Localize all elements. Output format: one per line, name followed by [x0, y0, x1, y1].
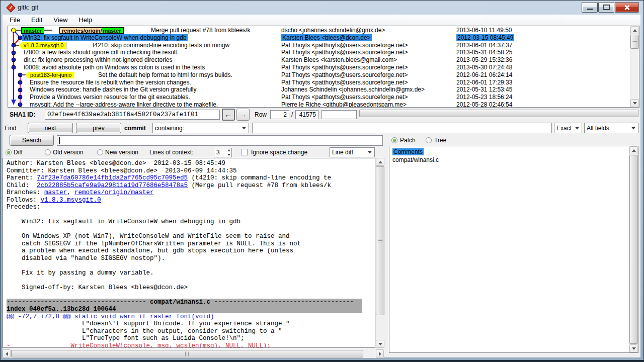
row-label: Row	[255, 111, 267, 118]
commit-detail-pane[interactable]: Author: Karsten Blees <blees@dcon.de> 20…	[3, 158, 375, 348]
menu-edit[interactable]: Edit	[27, 16, 46, 24]
title-bar[interactable]: gitk: git	[1, 1, 643, 15]
commit-list-scrollbar[interactable]	[630, 26, 639, 107]
commit-row-subject[interactable]: Merge pull request #78 from kblees/k	[151, 27, 250, 34]
tree-radio[interactable]	[426, 137, 432, 143]
commit-row-author[interactable]: Pat Thoyts <patthoyts@users.sourceforge.…	[281, 42, 454, 49]
commit-row-author[interactable]: Pat Thoyts <patthoyts@users.sourceforge.…	[281, 71, 454, 79]
commit-link[interactable]: remotes/origin/master	[74, 189, 154, 196]
commit-row-date[interactable]: 2013-06-01 04:37:37	[456, 42, 630, 49]
diff-radio[interactable]	[6, 149, 12, 155]
patch-radio[interactable]	[391, 137, 397, 143]
commit-row-date[interactable]: 2012-06-01 17:29:33	[456, 79, 630, 86]
commit-row-date[interactable]: 2013-05-29 15:32:36	[456, 56, 630, 64]
detail-text-segment: catch SIGSEGV if the lpNumberOfCharsWrit…	[7, 240, 301, 247]
commit-row-author[interactable]: Karsten Blees <blees@dcon.de>	[281, 34, 454, 42]
commit-row-author[interactable]: Pierre le Riche <github@pleasedontspam.m…	[281, 101, 454, 107]
history-forward-button[interactable]: →	[236, 109, 250, 121]
detail-text-segment: (Merge pull request #78 from kblees/k	[188, 182, 331, 189]
commit-row-subject[interactable]: t4210: skip command-line encoding tests …	[93, 42, 229, 49]
menu-help[interactable]: Help	[74, 16, 96, 24]
tag-label[interactable]: post183-for-junio	[25, 72, 74, 78]
scroll-thumb[interactable]	[11, 350, 363, 357]
commit-row-author[interactable]: Pat Thoyts <patthoyts@users.sourceforge.…	[281, 49, 454, 56]
commit-row-subject[interactable]: Ensure the resource file is rebuilt when…	[30, 79, 191, 86]
tag-label[interactable]: v1.8.3.msysgit.0	[19, 42, 66, 49]
scroll-thumb[interactable]	[629, 155, 638, 344]
detail-text-segment: warn_if_raster_font(void)	[120, 313, 214, 320]
scroll-up-icon	[378, 161, 382, 163]
detail-line: Follows: v1.8.3.msysgit.0	[7, 197, 375, 204]
spinner-up-icon[interactable]	[227, 149, 230, 151]
old-version-radio[interactable]	[45, 149, 51, 155]
commit-link[interactable]: 74f23e7da60786e14fb1da2af765cd95c7095ed5	[37, 174, 188, 182]
commit-row-author[interactable]: Pat Thoyts <patthoyts@users.sourceforge.…	[281, 64, 454, 71]
commit-row-author[interactable]: Pat Thoyts <patthoyts@users.sourceforge.…	[281, 79, 454, 86]
commit-link[interactable]: v1.8.3.msysgit.0	[41, 197, 101, 204]
commit-row-date[interactable]: 2013-05-30 07:24:48	[456, 64, 630, 71]
scroll-thumb[interactable]	[359, 110, 638, 117]
detail-text-segment: ------------------------------------- co…	[7, 299, 354, 306]
file-list-item[interactable]: compat/winansi.c	[390, 156, 628, 164]
branch-label-remote[interactable]: remotes/origin/master	[59, 27, 124, 34]
search-input[interactable]	[57, 135, 383, 146]
commit-row-date[interactable]: 2012-05-31 12:53:45	[456, 86, 630, 94]
file-list-item[interactable]: Comments	[390, 148, 628, 156]
ignore-space-checkbox[interactable]	[241, 149, 248, 155]
commit-link[interactable]: 2cb22885b5cafe9a9a29811a19d77686e58478a5	[37, 182, 188, 189]
find-next-button[interactable]: next	[28, 123, 73, 133]
commit-row-subject[interactable]: Set the default help format to html for …	[98, 71, 232, 79]
detail-line	[7, 211, 375, 219]
menu-view[interactable]: View	[49, 16, 71, 24]
line-diff-dropdown[interactable]: Line diff	[330, 147, 375, 157]
commit-row-subject[interactable]: dir.c: fix ignore processing within not-…	[24, 56, 172, 64]
commit-row-date[interactable]: 2012-06-21 06:24:14	[456, 71, 630, 79]
detail-line: a problem when executed standalone, but …	[7, 247, 375, 255]
scroll-thumb[interactable]	[376, 166, 384, 315]
detail-text-segment: L"characters in the output, consider swi…	[7, 328, 282, 335]
find-prev-button[interactable]: prev	[76, 123, 121, 133]
detail-text-segment: Child:	[7, 182, 37, 189]
new-version-radio[interactable]	[97, 149, 103, 155]
commit-row-author[interactable]: Karsten Blees <karsten.blees@gmail.com>	[281, 56, 454, 64]
close-button[interactable]	[615, 2, 639, 13]
commit-row-date[interactable]: 2012-05-28 02:46:54	[456, 101, 630, 107]
commit-row-author[interactable]: Pat Thoyts <patthoyts@users.sourceforge.…	[281, 94, 454, 101]
find-label: Find	[5, 125, 16, 132]
spinner-down-icon[interactable]	[227, 154, 230, 156]
commit-row-subject[interactable]: t0008: avoid absolute path on Windows as…	[24, 64, 205, 71]
commit-row-author[interactable]: dscho <johannes.schindelin@gmx.de>	[281, 27, 454, 34]
menu-file[interactable]: File	[6, 16, 24, 24]
detail-hscrollbar[interactable]	[3, 349, 384, 358]
match-type-dropdown[interactable]: Exact	[554, 123, 582, 133]
fields-dropdown[interactable]: All fields	[584, 123, 638, 133]
commit-row-subject[interactable]: Win32: fix segfault in WriteConsoleW whe…	[22, 34, 188, 42]
commit-row-date[interactable]: 2012-03-15 08:45:49	[456, 34, 630, 42]
tree-radio-label: Tree	[434, 137, 446, 144]
gitk-app-icon	[6, 3, 15, 12]
commit-link[interactable]: master	[44, 189, 67, 196]
commit-row-subject[interactable]: t7800: a few tests should ignore crlf in…	[24, 49, 179, 56]
detail-line: index 040ef5a..13bc28d 100644	[7, 306, 362, 313]
commit-row-author[interactable]: Johannes Schindelin <johannes.schindelin…	[281, 86, 454, 94]
detail-scrollbar[interactable]	[375, 158, 384, 348]
commit-row-date[interactable]: 2013-06-10 11:49:50	[456, 27, 630, 34]
maximize-button[interactable]	[598, 2, 614, 13]
sha1-input[interactable]: 02efbee4f639ae2ab381f6a4502f0a237afe1f01	[45, 110, 220, 120]
commit-row-date[interactable]: 2013-05-31 04:58:25	[456, 49, 630, 56]
minimize-button[interactable]	[582, 2, 598, 13]
scroll-thumb[interactable]	[630, 35, 639, 49]
search-button[interactable]: Search	[10, 135, 54, 146]
commit-row-subject[interactable]: Provide a Windows version resource for t…	[30, 94, 190, 101]
commit-row-subject[interactable]: Windows resource: handle dashes in the G…	[30, 86, 197, 94]
detail-text-segment: - WriteConsoleW(console, msg, wcslen(msg…	[7, 342, 271, 348]
commit-row-date[interactable]: 2012-05-23 18:56:24	[456, 94, 630, 101]
history-back-button[interactable]: ←	[222, 109, 235, 121]
file-list-scrollbar[interactable]	[629, 146, 638, 352]
commit-list-hscrollbar[interactable]	[359, 109, 639, 118]
branch-label-master[interactable]: master	[21, 27, 44, 34]
context-spinner[interactable]: 3	[214, 148, 232, 157]
find-type-dropdown[interactable]: containing:	[152, 123, 249, 133]
find-string-input[interactable]	[252, 123, 552, 133]
commit-row-subject[interactable]: msysgit: Add the --large-address-aware l…	[30, 101, 218, 107]
